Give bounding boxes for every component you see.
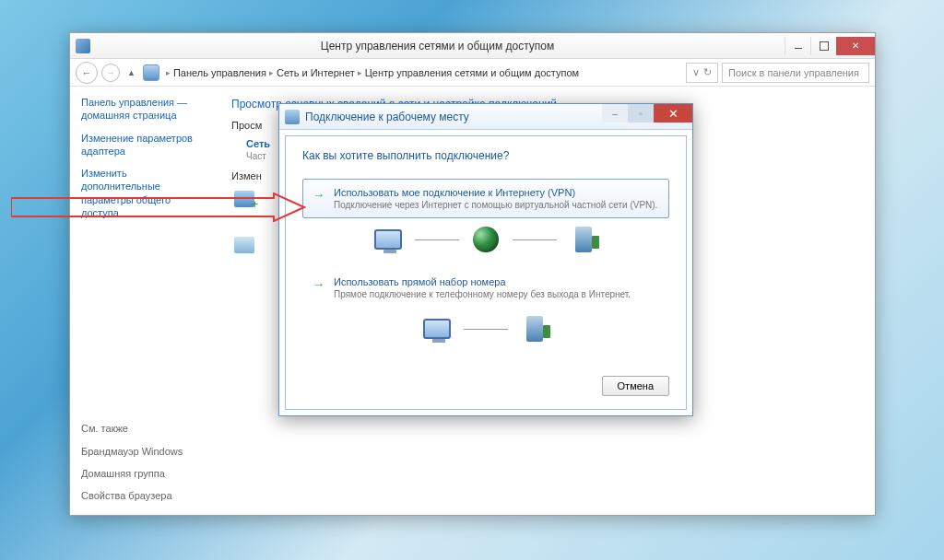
close-button[interactable]: ✕ <box>836 37 875 55</box>
server-icon <box>517 313 552 344</box>
nav-bar: ← → ▲ ▸ Панель управления ▸ Сеть и Интер… <box>70 59 875 87</box>
see-also-label: См. также <box>81 422 202 435</box>
computer-icon <box>419 313 454 344</box>
dialog-question: Как вы хотите выполнить подключение? <box>302 149 669 162</box>
arrow-icon: → <box>313 277 324 291</box>
breadcrumb-root[interactable]: Панель управления <box>173 67 266 78</box>
option-vpn[interactable]: → Использовать мое подключение к Интерне… <box>302 179 669 218</box>
option-dialup-title: Использовать прямой набор номера <box>334 276 631 287</box>
cancel-button[interactable]: Отмена <box>602 376 669 396</box>
dialog-icon <box>285 110 300 124</box>
dialog-minimize-button[interactable]: – <box>602 104 628 122</box>
arrow-icon: → <box>313 188 324 202</box>
breadcrumb[interactable]: ▸ Панель управления ▸ Сеть и Интернет ▸ … <box>143 64 682 81</box>
dialog-close-button[interactable]: ✕ <box>654 104 692 122</box>
search-input[interactable]: Поиск в панели управления <box>722 63 869 83</box>
sidebar-adapter[interactable]: Изменение параметров адаптера <box>81 132 202 158</box>
window-title: Центр управления сетями и общим доступом <box>90 40 785 52</box>
sidebar: Панель управления — домашняя страница Из… <box>70 87 213 515</box>
dialog-maximize-button[interactable]: ▫ <box>628 104 654 122</box>
server-icon <box>566 224 601 255</box>
dialog-title: Подключение к рабочему месту <box>305 111 469 123</box>
sidebar-browser[interactable]: Свойства браузера <box>81 489 202 502</box>
option-vpn-title: Использовать мое подключение к Интернету… <box>334 187 657 198</box>
titlebar: Центр управления сетями и общим доступом… <box>70 33 875 59</box>
option-vpn-desc: Подключение через Интернет с помощью вир… <box>334 200 657 210</box>
sidebar-home[interactable]: Панель управления — домашняя страница <box>81 96 202 122</box>
vpn-diagram <box>302 224 669 255</box>
up-button[interactable]: ▲ <box>124 68 139 77</box>
network-center-icon <box>76 39 90 53</box>
troubleshoot-icon <box>231 235 257 255</box>
connect-workplace-dialog: Подключение к рабочему месту – ▫ ✕ Как в… <box>278 103 693 416</box>
forward-button[interactable]: → <box>101 64 120 82</box>
minimize-button[interactable] <box>785 37 810 55</box>
sidebar-sharing[interactable]: Изменить дополнительные параметры общего… <box>81 167 202 219</box>
sidebar-homegroup[interactable]: Домашняя группа <box>81 467 202 480</box>
sidebar-firewall[interactable]: Брандмауэр Windows <box>81 445 202 458</box>
dialup-diagram <box>302 313 669 344</box>
option-dialup[interactable]: → Использовать прямой набор номера Прямо… <box>302 268 669 308</box>
dialog-titlebar: Подключение к рабочему месту – ▫ ✕ <box>279 104 692 130</box>
refresh-dropdown[interactable]: ∨↻ <box>686 63 718 83</box>
globe-icon <box>468 224 503 255</box>
breadcrumb-icon <box>143 64 159 81</box>
back-button[interactable]: ← <box>76 62 98 84</box>
option-dialup-desc: Прямое подключение к телефонному номеру … <box>334 289 631 299</box>
breadcrumb-lvl2[interactable]: Сеть и Интернет <box>277 67 355 78</box>
breadcrumb-lvl3[interactable]: Центр управления сетями и общим доступом <box>365 67 579 78</box>
computer-icon <box>371 224 406 255</box>
maximize-button[interactable] <box>810 37 836 55</box>
setup-connection-icon: + <box>231 189 257 209</box>
